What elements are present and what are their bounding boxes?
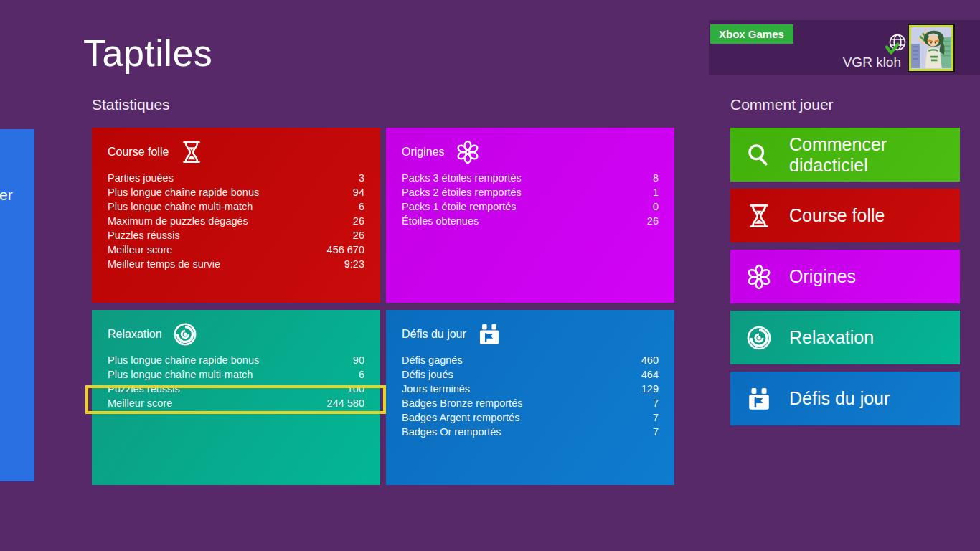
how-to-play-heading: Comment jouer xyxy=(730,96,834,113)
stat-label: Parties jouées xyxy=(108,171,174,185)
stat-row: Défis gagnés 460 xyxy=(402,353,659,367)
how-to-play-list: Commencer didacticiel Course folle Origi… xyxy=(730,128,960,433)
stat-row: Plus longue chaîne multi-match 6 xyxy=(108,199,364,214)
stat-label: Packs 3 étoiles remportés xyxy=(402,171,522,185)
howto-button-label: Défis du jour xyxy=(789,388,890,409)
stat-label: Packs 2 étoiles remportés xyxy=(402,185,522,199)
stat-label: Badges Bronze remportés xyxy=(402,396,522,410)
tile-title: Défis du jour xyxy=(402,328,466,341)
stat-row: Plus longue chaîne rapide bonus 90 xyxy=(108,353,364,367)
stats-tile: Relaxation Plus longue chaîne rapide bon… xyxy=(92,310,380,485)
xbox-games-badge: Xbox Games xyxy=(710,24,793,44)
username-label: VGR kloh xyxy=(843,55,901,70)
stats-tile: Défis du jour Défis gagnés 460 Défis jou… xyxy=(386,310,674,485)
stat-label: Meilleur temps de survie xyxy=(108,257,220,271)
avatar[interactable] xyxy=(908,24,955,72)
stat-label: Badges Argent remportés xyxy=(402,410,519,425)
stat-label: Plus longue chaîne multi-match xyxy=(108,367,253,382)
stat-value: 100 xyxy=(347,382,364,396)
statistics-grid: Course folle Parties jouées 3 Plus longu… xyxy=(92,128,674,485)
stat-label: Défis joués xyxy=(402,367,453,382)
tile-stats-list: Défis gagnés 460 Défis joués 464 Jours t… xyxy=(402,353,659,439)
stat-row: Packs 3 étoiles remportés 8 xyxy=(402,171,659,185)
stat-value: 129 xyxy=(641,382,659,396)
stat-value: 6 xyxy=(359,199,364,214)
stat-row: Jours terminés 129 xyxy=(402,382,659,396)
stat-value: 464 xyxy=(641,367,659,382)
page-title: Taptiles xyxy=(83,32,212,75)
stat-value: 244 580 xyxy=(327,396,364,410)
tile-header: Course folle xyxy=(108,137,364,167)
stat-label: Étoiles obtenues xyxy=(402,214,479,228)
stat-row: Puzzles réussis 26 xyxy=(108,228,364,242)
stat-row: Étoiles obtenues 26 xyxy=(402,214,659,228)
stat-value: 8 xyxy=(653,171,659,185)
swirl-icon xyxy=(746,325,772,351)
stats-tile: Origines Packs 3 étoiles remportés 8 Pac… xyxy=(386,128,674,303)
calendar-icon xyxy=(746,386,772,412)
stat-row: Plus longue chaîne rapide bonus 94 xyxy=(108,185,364,199)
howto-button-d-fis-du-jour[interactable]: Défis du jour xyxy=(730,372,960,425)
tile-stats-list: Parties jouées 3 Plus longue chaîne rapi… xyxy=(108,171,364,271)
hourglass-icon xyxy=(746,203,772,229)
stat-label: Meilleur score xyxy=(108,396,172,410)
avatar-image xyxy=(909,25,953,71)
stat-value: 26 xyxy=(647,214,659,228)
stats-tile: Course folle Parties jouées 3 Plus longu… xyxy=(92,128,380,303)
stat-value: 7 xyxy=(653,396,659,410)
swirl-icon xyxy=(173,322,197,347)
tile-title: Relaxation xyxy=(108,328,162,341)
tile-header: Défis du jour xyxy=(402,319,659,349)
stat-row: Badges Or remportés 7 xyxy=(402,425,659,439)
stat-row: Maximum de puzzles dégagés 26 xyxy=(108,214,364,228)
statistics-heading: Statistiques xyxy=(92,96,170,113)
tile-title: Origines xyxy=(402,146,445,159)
stat-label: Packs 1 étoile remportés xyxy=(402,199,517,214)
tile-stats-list: Plus longue chaîne rapide bonus 90 Plus … xyxy=(108,353,364,410)
howto-button-label: Course folle xyxy=(789,205,885,226)
stat-label: Maximum de puzzles dégagés xyxy=(108,214,248,228)
stat-row: Défis joués 464 xyxy=(402,367,659,382)
howto-button-course-folle[interactable]: Course folle xyxy=(730,189,960,242)
howto-button-label: Origines xyxy=(789,266,856,287)
magnifier-icon xyxy=(746,142,772,168)
flower-icon xyxy=(746,264,772,290)
stat-row: Meilleur temps de survie 9:23 xyxy=(108,257,364,271)
tile-header: Relaxation xyxy=(108,319,364,349)
stat-label: Meilleur score xyxy=(108,242,172,257)
stat-value: 26 xyxy=(353,214,364,228)
stat-value: 26 xyxy=(353,228,364,242)
stat-row: Packs 2 étoiles remportés 1 xyxy=(402,185,659,199)
howto-button-label: Commencer didacticiel xyxy=(789,134,940,176)
stat-value: 1 xyxy=(653,185,659,199)
stat-row: Parties jouées 3 xyxy=(108,171,364,185)
tile-title: Course folle xyxy=(108,146,169,159)
howto-button-relaxation[interactable]: Relaxation xyxy=(730,311,960,364)
stat-row: Badges Argent remportés 7 xyxy=(402,410,659,425)
stat-label: Plus longue chaîne multi-match xyxy=(108,199,253,214)
stat-value: 456 670 xyxy=(327,242,364,257)
howto-button-origines[interactable]: Origines xyxy=(730,250,960,303)
calendar-icon xyxy=(477,322,501,347)
stat-label: Puzzles réussis xyxy=(108,228,180,242)
stat-row: Puzzles réussis 100 xyxy=(108,382,364,396)
stat-value: 3 xyxy=(359,171,364,185)
offscreen-tile-edge[interactable]: er xyxy=(0,129,34,481)
stat-value: 7 xyxy=(653,425,659,439)
stat-row: Meilleur score 456 670 xyxy=(108,242,364,257)
howto-button-label: Relaxation xyxy=(789,327,874,348)
account-bar: Xbox Games VGR kloh xyxy=(709,20,980,75)
tile-header: Origines xyxy=(402,137,659,167)
stat-value: 90 xyxy=(353,353,364,367)
stat-label: Défis gagnés xyxy=(402,353,463,367)
tile-stats-list: Packs 3 étoiles remportés 8 Packs 2 étoi… xyxy=(402,171,659,228)
stat-value: 9:23 xyxy=(344,257,364,271)
stat-value: 94 xyxy=(353,185,364,199)
flower-icon xyxy=(456,140,480,164)
stat-label: Jours terminés xyxy=(402,382,470,396)
stat-value: 460 xyxy=(641,353,659,367)
howto-button-commencer-didacticiel[interactable]: Commencer didacticiel xyxy=(730,128,960,182)
stat-value: 7 xyxy=(653,410,659,425)
stat-label: Plus longue chaîne rapide bonus xyxy=(108,185,259,199)
offscreen-tile-partial-text: er xyxy=(0,187,13,204)
